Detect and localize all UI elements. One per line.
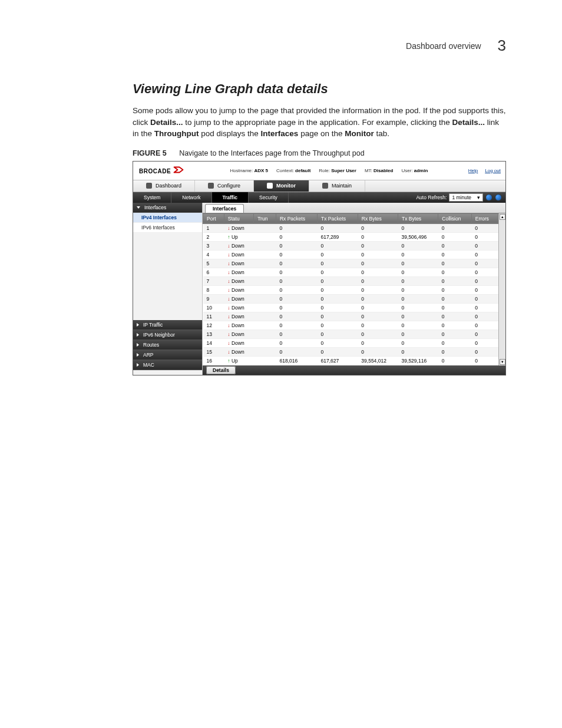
table-row[interactable]: 9↓ Down000000 bbox=[203, 294, 498, 303]
sidebar-section-ip-traffic[interactable]: IP Traffic bbox=[133, 320, 202, 330]
caret-right-icon bbox=[137, 363, 139, 367]
arrow-down-icon: ↓ bbox=[227, 269, 230, 275]
subtab-system[interactable]: System bbox=[133, 192, 171, 203]
chevron-down-icon: ▾ bbox=[477, 195, 480, 200]
sidebar-section-routes[interactable]: Routes bbox=[133, 340, 202, 350]
body-paragraph: Some pods allow you to jump to the page … bbox=[133, 105, 506, 140]
table-row[interactable]: 11↓ Down000000 bbox=[203, 312, 498, 321]
arrow-down-icon: ↓ bbox=[227, 287, 230, 293]
caret-down-icon bbox=[137, 206, 140, 209]
table-row[interactable]: 15↓ Down000000 bbox=[203, 347, 498, 356]
menu-tab-monitor[interactable]: Monitor bbox=[254, 180, 309, 192]
menu-tab-configure[interactable]: Configure bbox=[195, 180, 254, 192]
table-row[interactable]: 1↓ Down000000 bbox=[203, 223, 498, 232]
sidebar-section-arp[interactable]: ARP bbox=[133, 350, 202, 360]
help-link[interactable]: Help bbox=[468, 168, 478, 173]
sidebar-section-ipv6-neighbor[interactable]: IPv6 Neighbor bbox=[133, 330, 202, 340]
caret-right-icon bbox=[137, 333, 139, 337]
table-row[interactable]: 10↓ Down000000 bbox=[203, 303, 498, 312]
body-bold: Details... bbox=[150, 118, 183, 127]
table-row[interactable]: 12↓ Down000000 bbox=[203, 321, 498, 330]
arrow-down-icon: ↓ bbox=[227, 331, 230, 337]
sidebar-item-ipv6-interfaces[interactable]: IPv6 Interfaces bbox=[133, 223, 202, 233]
sidebar: InterfacesIPv4 InterfacesIPv6 Interfaces… bbox=[133, 203, 203, 375]
scrollbar[interactable]: ▴ ▾ bbox=[498, 213, 505, 365]
arrow-up-icon: ↑ bbox=[227, 358, 230, 364]
body-bold: Details... bbox=[452, 118, 485, 127]
scroll-up-icon[interactable]: ▴ bbox=[500, 214, 505, 220]
arrow-down-icon: ↓ bbox=[227, 278, 230, 284]
page-number: 3 bbox=[498, 37, 506, 54]
menu-icon bbox=[322, 183, 328, 189]
arrow-up-icon: ↑ bbox=[227, 234, 230, 240]
arrow-down-icon: ↓ bbox=[227, 349, 230, 355]
figure-label: FIGURE 5 bbox=[133, 149, 167, 157]
body-text: tab. bbox=[374, 129, 389, 138]
sidebar-gap bbox=[133, 233, 202, 320]
subtab-traffic[interactable]: Traffic bbox=[212, 192, 249, 203]
table-row[interactable]: 14↓ Down000000 bbox=[203, 338, 498, 347]
work-area: InterfacesIPv4 InterfacesIPv6 Interfaces… bbox=[133, 203, 505, 375]
table-row[interactable]: 8↓ Down000000 bbox=[203, 285, 498, 294]
table-row[interactable]: 16↑ Up618,016617,62739,554,01239,529,116… bbox=[203, 356, 498, 365]
details-button[interactable]: Details bbox=[206, 366, 236, 374]
arrow-down-icon: ↓ bbox=[227, 252, 230, 258]
menu-icon bbox=[146, 183, 152, 189]
details-bar: Details bbox=[203, 365, 505, 375]
scroll-down-icon[interactable]: ▾ bbox=[500, 359, 505, 365]
tab-interfaces[interactable]: Interfaces bbox=[205, 204, 244, 213]
table-row[interactable]: 5↓ Down000000 bbox=[203, 259, 498, 268]
brand-text: BROCADE bbox=[139, 168, 171, 174]
col-collision[interactable]: Collision bbox=[438, 213, 471, 223]
col-errors[interactable]: Errors bbox=[471, 213, 498, 223]
logout-link[interactable]: Log out bbox=[485, 168, 501, 173]
arrow-down-icon: ↓ bbox=[227, 296, 230, 302]
col-tx-bytes[interactable]: Tx Bytes bbox=[398, 213, 438, 223]
table-row[interactable]: 6↓ Down000000 bbox=[203, 268, 498, 276]
caret-right-icon bbox=[137, 323, 139, 327]
top-meta: Hostname: ADX 5 Context: default Role: S… bbox=[190, 168, 468, 173]
subtab-security[interactable]: Security bbox=[249, 192, 289, 203]
subtab-network[interactable]: Network bbox=[171, 192, 211, 203]
col-rx-bytes[interactable]: Rx Bytes bbox=[358, 213, 398, 223]
col-statu[interactable]: Statu bbox=[224, 213, 253, 223]
sidebar-section-interfaces[interactable]: Interfaces bbox=[133, 203, 202, 213]
meta-context: Context: default bbox=[276, 168, 310, 173]
sidebar-section-mac[interactable]: MAC bbox=[133, 360, 202, 370]
sidebar-item-ipv4-interfaces[interactable]: IPv4 Interfaces bbox=[133, 213, 202, 223]
col-port[interactable]: Port bbox=[203, 213, 224, 223]
body-bold: Monitor bbox=[345, 129, 374, 138]
body-bold: Interfaces bbox=[261, 129, 299, 138]
top-right-links: Help Log out bbox=[468, 168, 505, 173]
menu-icon bbox=[208, 183, 214, 189]
col-trun[interactable]: Trun bbox=[254, 213, 276, 223]
table-row[interactable]: 7↓ Down000000 bbox=[203, 276, 498, 285]
figure-caption-text: Navigate to the Interfaces page from the… bbox=[179, 149, 365, 157]
col-tx-packets[interactable]: Tx Packets bbox=[318, 213, 358, 223]
sub-menubar: SystemNetworkTrafficSecurity Auto Refres… bbox=[133, 192, 505, 203]
caret-right-icon bbox=[137, 343, 139, 347]
menu-tab-dashboard[interactable]: Dashboard bbox=[133, 180, 195, 192]
refresh-icon[interactable] bbox=[485, 194, 492, 201]
screenshot: BROCADE Hostname: ADX 5 Context: default… bbox=[133, 161, 506, 375]
table-row[interactable]: 2↑ Up0617,289039,506,49600 bbox=[203, 232, 498, 241]
meta-user: User: admin bbox=[401, 168, 428, 173]
table-row[interactable]: 3↓ Down000000 bbox=[203, 241, 498, 250]
main-menubar: DashboardConfigureMonitorMaintain bbox=[133, 180, 505, 192]
auto-refresh-label: Auto Refresh: bbox=[416, 195, 447, 200]
body-bold: Throughput bbox=[154, 129, 199, 138]
col-rx-packets[interactable]: Rx Packets bbox=[276, 213, 317, 223]
main-panel: Interfaces PortStatuTrunRx PacketsTx Pac… bbox=[203, 203, 505, 375]
body-text: pod displays the bbox=[199, 129, 261, 138]
arrow-down-icon: ↓ bbox=[227, 314, 230, 319]
meta-mt: MT: Disabled bbox=[365, 168, 393, 173]
auto-refresh-select[interactable]: 1 minute ▾ bbox=[449, 193, 483, 202]
running-header: Dashboard overview 3 bbox=[406, 37, 506, 55]
arrow-down-icon: ↓ bbox=[227, 225, 230, 231]
menu-icon bbox=[267, 183, 273, 189]
table-row[interactable]: 4↓ Down000000 bbox=[203, 250, 498, 259]
help-icon[interactable] bbox=[495, 194, 502, 201]
menu-tab-maintain[interactable]: Maintain bbox=[309, 180, 365, 192]
content-tabs: Interfaces bbox=[203, 203, 505, 213]
table-row[interactable]: 13↓ Down000000 bbox=[203, 330, 498, 338]
